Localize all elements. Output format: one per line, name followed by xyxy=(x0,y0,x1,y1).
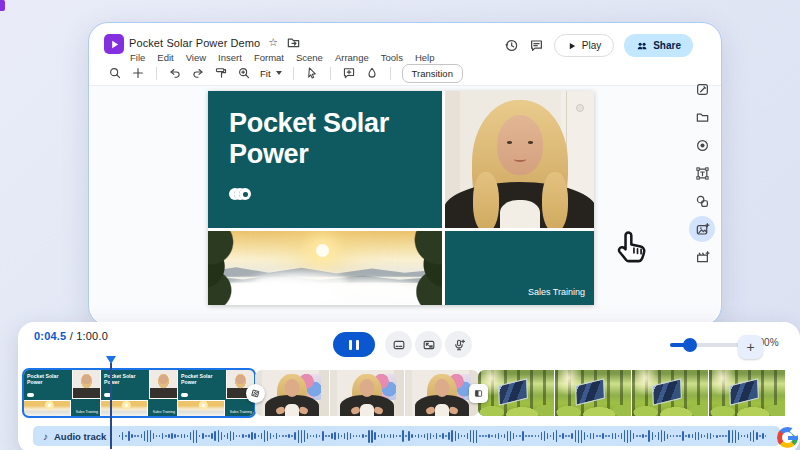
toolbar-separator xyxy=(156,67,157,80)
sunrise-photo[interactable] xyxy=(208,231,442,305)
slide-title: Pocket Solar Power xyxy=(229,108,442,169)
presenter-face xyxy=(497,115,543,175)
search-icon[interactable] xyxy=(108,66,122,80)
hand-cursor xyxy=(610,226,652,270)
scene-thumbnail[interactable]: Pocket Solar PowerSales Training xyxy=(178,370,254,416)
add-comment-icon[interactable] xyxy=(342,66,356,80)
move-folder-icon[interactable] xyxy=(286,35,301,50)
folder-icon[interactable] xyxy=(689,104,715,130)
play-button[interactable]: Play xyxy=(554,34,614,57)
edit-note-icon[interactable] xyxy=(689,76,715,102)
menu-scene[interactable]: Scene xyxy=(296,52,323,63)
transition-indicator-button[interactable] xyxy=(246,384,265,403)
webcam-thumbnail[interactable] xyxy=(405,370,479,416)
total-time: 1:00.0 xyxy=(76,330,108,342)
add-clip-icon[interactable] xyxy=(689,244,715,270)
clip-solar-panel[interactable] xyxy=(478,370,800,416)
menu-format[interactable]: Format xyxy=(254,52,284,63)
webcam-thumbnail[interactable] xyxy=(255,370,329,416)
add-scene-button[interactable]: + xyxy=(738,335,763,359)
timeline-panel: 0:04.5 / 1:00.0 100% Pocket Solar PowerS… xyxy=(18,322,800,450)
audio-track-label: Audio track xyxy=(54,431,106,442)
record-icon[interactable] xyxy=(689,132,715,158)
decorative-fragment xyxy=(0,0,5,11)
current-time: 0:04.5 xyxy=(34,330,66,342)
text-box-icon[interactable] xyxy=(689,160,715,186)
fit-label: Fit xyxy=(260,68,271,79)
toolbar: Fit Transition xyxy=(108,64,463,82)
header-actions: Play Share xyxy=(504,34,693,57)
share-label: Share xyxy=(653,40,681,51)
title-row: Pocket Solar Power Demo ☆ xyxy=(129,35,301,50)
clips-track: Pocket Solar PowerSales Training Pocket … xyxy=(22,368,800,418)
select-cursor-icon[interactable] xyxy=(305,66,319,80)
brand-logo xyxy=(229,188,251,200)
paint-format-icon[interactable] xyxy=(214,66,228,80)
forest-thumbnail[interactable] xyxy=(555,370,631,416)
menu-arrange[interactable]: Arrange xyxy=(335,52,369,63)
zoom-icon[interactable] xyxy=(237,66,251,80)
screen: Pocket Solar Power Demo ☆ File Edit View… xyxy=(0,0,800,450)
forest-thumbnail[interactable] xyxy=(709,370,785,416)
fit-dropdown[interactable]: Fit xyxy=(260,68,282,79)
scene-thumbnail[interactable]: Pocket Solar PowerSales Training xyxy=(24,370,100,416)
audio-track[interactable]: ♪ Audio track xyxy=(33,426,780,446)
menu-bar: File Edit View Insert Format Scene Arran… xyxy=(130,52,434,63)
toolbar-separator xyxy=(293,67,294,80)
presenter-video[interactable] xyxy=(445,91,594,228)
menu-help[interactable]: Help xyxy=(415,52,435,63)
share-button[interactable]: Share xyxy=(624,34,693,57)
add-image-icon[interactable] xyxy=(689,216,715,242)
scene-thumbnail[interactable]: Pocket Solar PowerSales Training xyxy=(101,370,177,416)
menu-insert[interactable]: Insert xyxy=(218,52,242,63)
menu-tools[interactable]: Tools xyxy=(381,52,403,63)
toolbar-separator xyxy=(390,67,391,80)
document-title[interactable]: Pocket Solar Power Demo xyxy=(129,37,260,49)
transition-indicator-button[interactable] xyxy=(469,384,488,403)
record-voiceover-button[interactable] xyxy=(445,331,472,358)
forest-thumbnail[interactable] xyxy=(478,370,554,416)
shapes-icon[interactable] xyxy=(689,188,715,214)
comments-icon[interactable] xyxy=(529,38,544,53)
slide-footer-block[interactable]: Sales Training xyxy=(445,231,594,305)
menu-file[interactable]: File xyxy=(130,52,145,63)
pause-button[interactable] xyxy=(333,332,375,357)
toolbar-separator xyxy=(330,67,331,80)
picture-in-picture-button[interactable] xyxy=(415,331,442,358)
menu-edit[interactable]: Edit xyxy=(157,52,173,63)
music-note-icon: ♪ xyxy=(43,431,48,442)
vids-app-icon xyxy=(104,34,124,54)
forest-thumbnail[interactable] xyxy=(632,370,708,416)
star-icon[interactable]: ☆ xyxy=(268,37,278,48)
slide-title-block[interactable]: Pocket Solar Power xyxy=(208,91,442,228)
transition-button[interactable]: Transition xyxy=(402,64,463,83)
slide-canvas[interactable]: Pocket Solar Power xyxy=(208,91,594,305)
play-label: Play xyxy=(582,40,601,51)
time-display: 0:04.5 / 1:00.0 xyxy=(34,330,108,342)
slider-thumb[interactable] xyxy=(683,338,697,352)
background-fill-icon[interactable] xyxy=(365,66,379,80)
webcam-thumbnail[interactable] xyxy=(330,370,404,416)
captions-button[interactable] xyxy=(385,331,412,358)
timeline-zoom-slider[interactable] xyxy=(670,343,744,347)
app-window: Pocket Solar Power Demo ☆ File Edit View… xyxy=(88,22,722,326)
presenter-shirt xyxy=(500,200,540,228)
add-icon[interactable] xyxy=(131,66,145,80)
menu-view[interactable]: View xyxy=(186,52,206,63)
version-history-icon[interactable] xyxy=(504,38,519,53)
audio-waveform xyxy=(119,426,766,446)
insert-rail xyxy=(689,76,715,270)
undo-icon[interactable] xyxy=(168,66,182,80)
chevron-down-icon xyxy=(276,71,282,75)
slide-footer-text: Sales Training xyxy=(528,287,585,297)
redo-icon[interactable] xyxy=(191,66,205,80)
clip-webcam[interactable] xyxy=(255,370,479,416)
clip-title-scene[interactable]: Pocket Solar PowerSales Training Pocket … xyxy=(22,368,256,418)
playhead-line[interactable] xyxy=(110,363,112,449)
google-logo xyxy=(777,427,798,448)
